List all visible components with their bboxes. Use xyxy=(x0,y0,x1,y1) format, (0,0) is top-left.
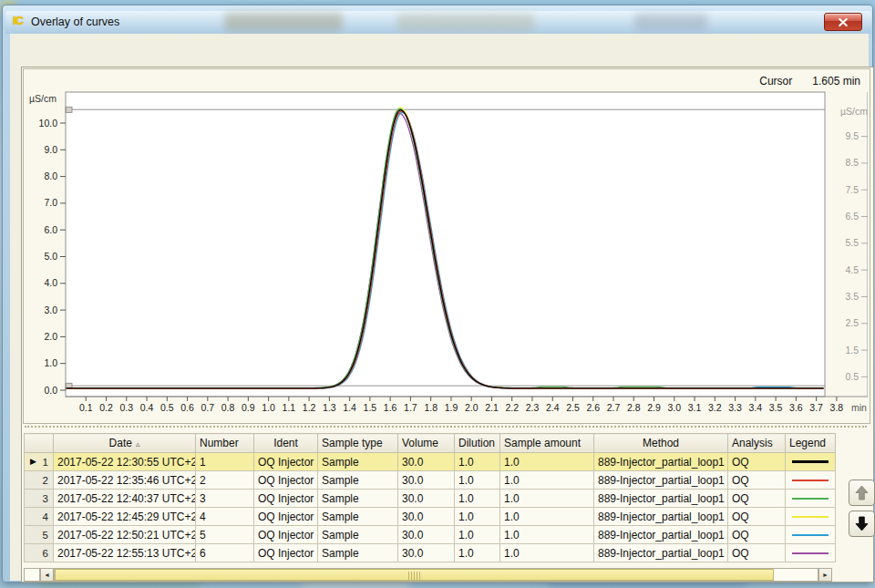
left-axis-unit-label: µS/cm xyxy=(29,93,57,104)
table-row[interactable]: 32017-05-22 12:40:37 UTC+23OQ InjectorSa… xyxy=(25,490,836,508)
horizontal-scrollbar-thumb[interactable] xyxy=(55,569,774,581)
aero-glass-blur xyxy=(224,13,343,31)
table-row[interactable]: 62017-05-22 12:55:13 UTC+26OQ InjectorSa… xyxy=(25,544,836,562)
horizontal-scrollbar-track[interactable] xyxy=(54,568,818,582)
legend-cell xyxy=(786,453,836,471)
cell-dilution: 1.0 xyxy=(455,471,500,490)
column-header-method[interactable]: Method xyxy=(594,434,728,453)
legend-cell xyxy=(786,471,836,490)
app-logo-ic: IC xyxy=(13,14,23,27)
axis-tick-label: 4.0 xyxy=(44,277,57,288)
axis-tick-label: 8.0 xyxy=(44,170,57,181)
column-header-date[interactable]: Date▵ xyxy=(54,434,196,453)
cell-date: 2017-05-22 12:45:29 UTC+2 xyxy=(54,508,196,526)
column-header-sample_amount[interactable]: Sample amount xyxy=(500,434,594,453)
column-header-number[interactable]: Number xyxy=(196,434,254,453)
move-up-icon xyxy=(855,485,869,500)
scale-marker-handle[interactable] xyxy=(66,107,72,112)
cell-method: 889-Injector_partial_loop1 xyxy=(594,526,728,544)
axis-tick-label: 1.5 xyxy=(845,345,859,356)
axis-tick-label: 0.5 xyxy=(845,371,859,382)
axis-tick-label: 1.6 xyxy=(384,402,397,413)
column-header-ident[interactable]: Ident xyxy=(254,434,318,453)
chart-table-splitter[interactable] xyxy=(25,426,867,428)
cell-volume: 30.0 xyxy=(398,490,455,508)
move-curve-up-button[interactable] xyxy=(849,480,875,506)
right-axis-unit-label: µS/cm xyxy=(840,106,868,117)
axis-tick-label: 6.0 xyxy=(44,224,57,235)
axis-tick-label: 2.3 xyxy=(526,402,540,413)
cell-volume: 30.0 xyxy=(398,508,455,526)
column-header-legend[interactable]: Legend xyxy=(786,434,836,453)
axis-tick-label: 3.6 xyxy=(789,402,803,413)
cell-dilution: 1.0 xyxy=(455,508,500,526)
selected-row-marker-icon: ▶ xyxy=(30,457,36,466)
plot-area[interactable] xyxy=(66,92,825,397)
cell-sample_amount: 1.0 xyxy=(500,471,594,490)
cell-method: 889-Injector_partial_loop1 xyxy=(594,544,728,562)
axis-tick-label: 0.6 xyxy=(180,402,194,413)
curves-chart[interactable]: 0.01.02.03.04.05.06.07.08.09.010.0µS/cm0… xyxy=(24,69,868,421)
axis-tick-label: 1.8 xyxy=(424,402,438,413)
scroll-right-button[interactable]: ► xyxy=(818,568,832,582)
cell-number: 6 xyxy=(196,544,254,562)
column-header-sample_type[interactable]: Sample type xyxy=(318,434,398,453)
table-row[interactable]: 42017-05-22 12:45:29 UTC+24OQ InjectorSa… xyxy=(25,508,836,526)
axis-tick-label: 7.5 xyxy=(845,184,859,195)
scrollbar-corner-spacer xyxy=(24,568,40,582)
row-number-cell: 3 xyxy=(25,490,54,508)
axis-tick-label: 10.0 xyxy=(39,118,58,129)
cell-dilution: 1.0 xyxy=(455,526,500,544)
axis-tick-label: 1.1 xyxy=(283,402,296,413)
axis-tick-label: 0.3 xyxy=(119,402,133,413)
row-number-cell: 6 xyxy=(25,544,54,562)
axis-tick-label: 5.0 xyxy=(44,251,57,262)
table-row[interactable]: ▶12017-05-22 12:30:55 UTC+21OQ InjectorS… xyxy=(25,453,836,471)
title-bar[interactable] xyxy=(5,11,871,34)
column-header-dilution[interactable]: Dilution xyxy=(455,434,500,453)
cell-sample_amount: 1.0 xyxy=(500,544,594,562)
window-close-button[interactable] xyxy=(824,13,862,31)
cursor-value: 1.605 min xyxy=(812,75,860,88)
cell-method: 889-Injector_partial_loop1 xyxy=(594,490,728,508)
axis-tick-label: 7.0 xyxy=(44,197,57,208)
cell-ident: OQ Injector xyxy=(254,508,318,526)
cell-sample_amount: 1.0 xyxy=(500,453,594,471)
axis-tick-label: 9.5 xyxy=(845,130,859,141)
legend-cell xyxy=(786,490,836,508)
column-header-volume[interactable]: Volume xyxy=(398,434,455,453)
move-down-icon xyxy=(855,516,869,531)
axis-tick-label: 9.0 xyxy=(44,144,57,155)
move-curve-down-button[interactable] xyxy=(849,511,875,537)
axis-tick-label: 3.5 xyxy=(845,291,859,302)
row-number-cell: ▶1 xyxy=(25,453,54,471)
axis-tick-label: 2.1 xyxy=(485,402,499,413)
cell-sample_type: Sample xyxy=(318,526,398,544)
axis-tick-label: 0.2 xyxy=(99,402,113,413)
scroll-left-button[interactable]: ◄ xyxy=(40,568,54,582)
axis-tick-label: 0.1 xyxy=(79,402,93,413)
legend-color-line xyxy=(792,534,829,536)
close-icon xyxy=(839,18,848,26)
legend-color-line xyxy=(792,480,829,481)
axis-tick-label: 0.8 xyxy=(221,402,235,413)
aero-glass-blur xyxy=(397,14,534,31)
cell-analysis: OQ xyxy=(728,471,786,490)
cell-number: 2 xyxy=(196,471,254,490)
cell-date: 2017-05-22 12:50:21 UTC+2 xyxy=(54,526,196,544)
axis-tick-label: 6.5 xyxy=(845,211,859,222)
cell-analysis: OQ xyxy=(728,544,786,562)
table-row[interactable]: 22017-05-22 12:35:46 UTC+22OQ InjectorSa… xyxy=(25,471,836,490)
axis-tick-label: 2.2 xyxy=(505,402,519,413)
cell-date: 2017-05-22 12:30:55 UTC+2 xyxy=(54,453,196,471)
cell-volume: 30.0 xyxy=(398,544,455,562)
cell-ident: OQ Injector xyxy=(254,471,318,490)
cursor-label: Cursor xyxy=(759,75,792,88)
cell-dilution: 1.0 xyxy=(455,544,500,562)
axis-tick-label: 3.2 xyxy=(708,402,722,413)
table-row[interactable]: 52017-05-22 12:50:21 UTC+25OQ InjectorSa… xyxy=(25,526,836,544)
column-header-analysis[interactable]: Analysis xyxy=(728,434,786,453)
row-number-cell: 4 xyxy=(25,508,54,526)
samples-table: Date▵NumberIdentSample typeVolumeDilutio… xyxy=(24,433,836,562)
axis-tick-label: 0.9 xyxy=(242,402,255,413)
